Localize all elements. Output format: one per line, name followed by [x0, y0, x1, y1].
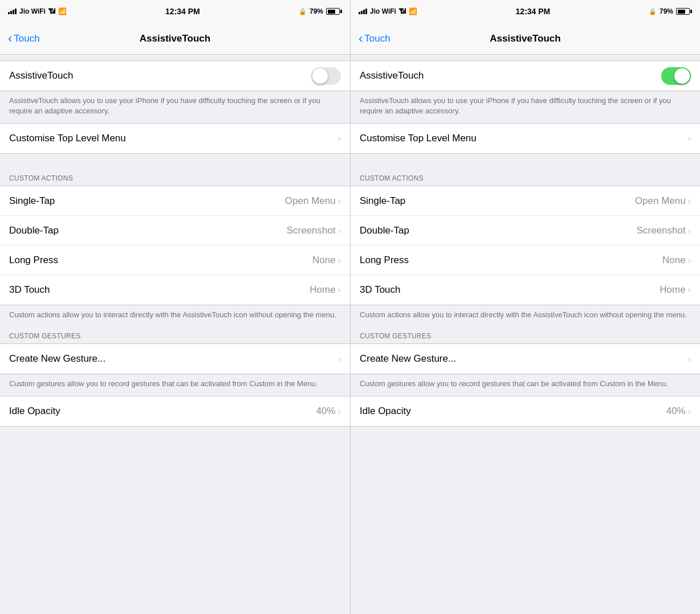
lock-icon: 🔒 — [299, 8, 307, 15]
action-value-1: Screenshot › — [637, 225, 691, 236]
action-row-2[interactable]: Long Press None › — [351, 245, 700, 275]
custom-gestures-card: Create New Gesture... › — [351, 343, 700, 374]
chevron-right-icon-3: › — [688, 285, 691, 295]
customize-menu-label: Customise Top Level Menu — [360, 133, 477, 144]
assistivetouch-row: AssistiveTouch — [351, 61, 700, 91]
action-value-text-2: None — [312, 255, 336, 266]
assistivetouch-row: AssistiveTouch — [0, 61, 350, 91]
action-row-1[interactable]: Double-Tap Screenshot › — [0, 216, 350, 245]
action-value-0: Open Menu › — [285, 195, 341, 207]
idle-opacity-label: Idle Opacity — [9, 406, 60, 417]
action-value-text-1: Screenshot — [287, 225, 336, 236]
create-gesture-row[interactable]: Create New Gesture... › — [351, 344, 700, 374]
custom-gestures-description: Custom gestures allow you to record gest… — [0, 374, 350, 396]
action-row-0[interactable]: Single-Tap Open Menu › — [351, 186, 700, 216]
carrier-label: Jio WiFi — [370, 7, 396, 15]
back-button[interactable]: ‹ Touch — [359, 32, 390, 45]
idle-opacity-value: 40% › — [666, 406, 691, 417]
action-label-2: Long Press — [360, 255, 409, 266]
status-bar: Jio WiFi 📶︎ 📶 12:34 PM 🔒 79% — [0, 0, 350, 23]
status-right: 🔒 79% — [649, 7, 692, 15]
content-scroll[interactable]: AssistiveTouch AssistiveTouch allows you… — [351, 55, 700, 614]
chevron-left-icon: ‹ — [8, 32, 12, 45]
chevron-right-icon-gesture: › — [688, 354, 691, 364]
action-value-3: Home › — [310, 284, 341, 296]
idle-opacity-card: Idle Opacity 40% › — [0, 396, 350, 427]
custom-actions-card: Single-Tap Open Menu › Double-Tap Screen… — [351, 186, 700, 305]
custom-gestures-header: CUSTOM GESTURES — [0, 328, 350, 343]
assistivetouch-toggle[interactable] — [661, 67, 691, 85]
nav-bar: ‹ Touch AssistiveTouch — [351, 23, 700, 55]
toggle-knob — [674, 68, 690, 84]
section-gap-1 — [0, 154, 350, 170]
chevron-right-icon-3: › — [338, 285, 341, 295]
assistivetouch-label: AssistiveTouch — [9, 70, 73, 81]
idle-opacity-row[interactable]: Idle Opacity 40% › — [351, 396, 700, 426]
customize-menu-row[interactable]: Customise Top Level Menu › — [0, 124, 350, 153]
nav-bar: ‹ Touch AssistiveTouch — [0, 23, 350, 55]
action-value-text-3: Home — [310, 284, 335, 296]
customize-menu-label: Customise Top Level Menu — [9, 133, 126, 144]
chevron-right-icon-0: › — [688, 196, 691, 206]
custom-actions-header: CUSTOM ACTIONS — [351, 170, 700, 186]
action-label-3: 3D Touch — [360, 284, 401, 296]
action-row-3[interactable]: 3D Touch Home › — [0, 275, 350, 305]
action-row-3[interactable]: 3D Touch Home › — [351, 275, 700, 305]
idle-opacity-card: Idle Opacity 40% › — [351, 396, 700, 427]
action-value-text-3: Home — [660, 284, 685, 296]
create-gesture-row[interactable]: Create New Gesture... › — [0, 344, 350, 374]
assistivetouch-description: AssistiveTouch allows you to use your iP… — [0, 91, 350, 123]
custom-actions-card: Single-Tap Open Menu › Double-Tap Screen… — [0, 186, 350, 305]
action-label-1: Double-Tap — [360, 225, 409, 236]
chevron-right-icon-1: › — [338, 226, 341, 236]
signal-icon — [8, 9, 17, 14]
content-scroll[interactable]: AssistiveTouch AssistiveTouch allows you… — [0, 55, 350, 614]
panel-panel-on: Jio WiFi 📶︎ 📶 12:34 PM 🔒 79% ‹ Touc — [350, 0, 700, 614]
assistivetouch-card: AssistiveTouch — [0, 60, 350, 91]
idle-opacity-text: 40% — [666, 406, 686, 417]
create-gesture-label: Create New Gesture... — [360, 353, 456, 365]
custom-gestures-card: Create New Gesture... › — [0, 343, 350, 374]
wifi-label: 📶 — [58, 7, 67, 15]
custom-actions-header: CUSTOM ACTIONS — [0, 170, 350, 186]
custom-gestures-header: CUSTOM GESTURES — [351, 328, 700, 343]
action-value-1: Screenshot › — [287, 225, 341, 236]
action-value-2: None › — [662, 255, 691, 266]
action-row-1[interactable]: Double-Tap Screenshot › — [351, 216, 700, 245]
action-row-0[interactable]: Single-Tap Open Menu › — [0, 186, 350, 216]
idle-opacity-label: Idle Opacity — [360, 406, 411, 417]
action-value-0: Open Menu › — [635, 195, 691, 207]
idle-opacity-row[interactable]: Idle Opacity 40% › — [0, 396, 350, 426]
chevron-right-icon-2: › — [688, 255, 691, 265]
toggle-knob — [312, 68, 328, 84]
time-label: 12:34 PM — [516, 7, 551, 16]
action-label-0: Single-Tap — [9, 195, 55, 207]
create-gesture-label: Create New Gesture... — [9, 353, 105, 365]
nav-title: AssistiveTouch — [140, 33, 210, 44]
action-value-text-2: None — [662, 255, 686, 266]
action-label-1: Double-Tap — [9, 225, 59, 236]
action-value-text-1: Screenshot — [637, 225, 686, 236]
section-gap-1 — [351, 154, 700, 170]
wifi-icon: 📶︎ — [399, 7, 406, 15]
battery-label: 79% — [660, 7, 673, 15]
assistivetouch-description: AssistiveTouch allows you to use your iP… — [351, 91, 700, 123]
status-left: Jio WiFi 📶︎ 📶 — [359, 7, 417, 15]
assistivetouch-toggle[interactable] — [311, 67, 341, 85]
time-label: 12:34 PM — [165, 7, 200, 16]
status-left: Jio WiFi 📶︎ 📶 — [8, 7, 67, 15]
back-button[interactable]: ‹ Touch — [8, 32, 40, 45]
battery-icon — [326, 8, 342, 15]
action-row-2[interactable]: Long Press None › — [0, 245, 350, 275]
action-value-2: None › — [312, 255, 341, 266]
battery-label: 79% — [310, 7, 323, 15]
nav-title: AssistiveTouch — [490, 33, 560, 44]
lock-icon: 🔒 — [649, 8, 657, 15]
chevron-right-icon: › — [338, 133, 341, 144]
idle-opacity-text: 40% — [316, 406, 336, 417]
customize-menu-row[interactable]: Customise Top Level Menu › — [351, 124, 700, 153]
action-label-3: 3D Touch — [9, 284, 50, 296]
chevron-left-icon: ‹ — [359, 32, 363, 45]
customize-menu-card: Customise Top Level Menu › — [0, 123, 350, 154]
chevron-right-icon: › — [688, 133, 691, 144]
